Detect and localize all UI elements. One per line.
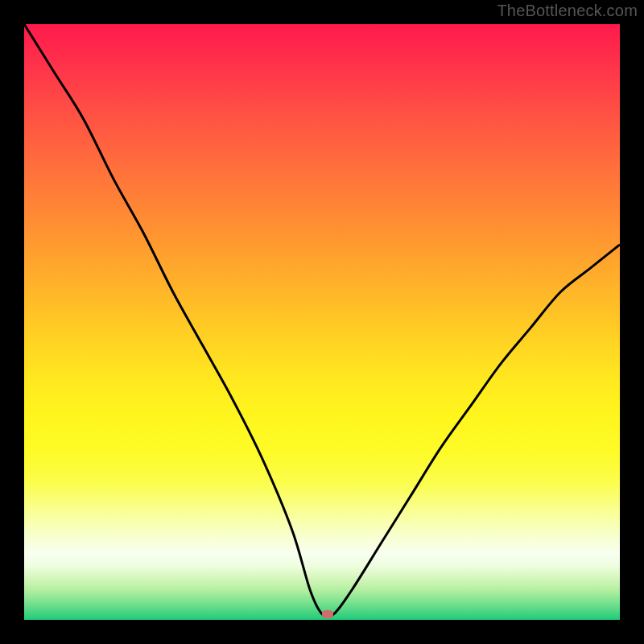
plot-area — [24, 24, 620, 620]
chart-frame: TheBottleneck.com — [0, 0, 644, 644]
optimum-marker — [322, 610, 333, 618]
bottleneck-curve — [24, 24, 620, 620]
watermark-text: TheBottleneck.com — [497, 2, 638, 20]
